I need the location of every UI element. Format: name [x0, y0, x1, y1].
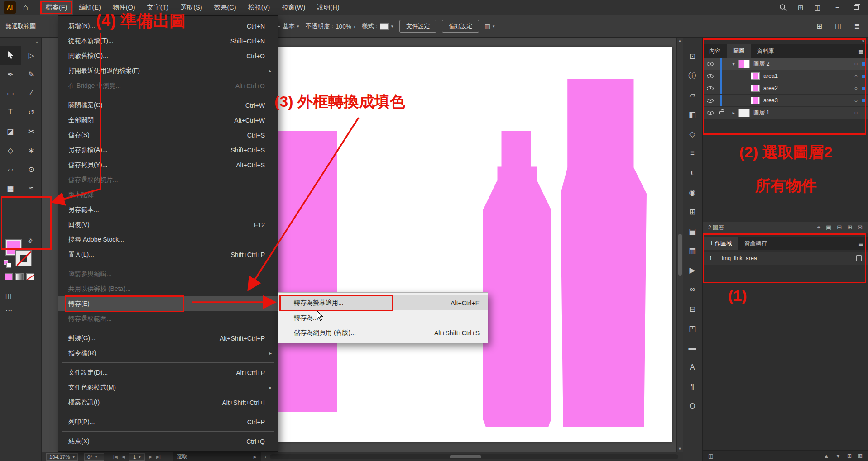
list-icon[interactable]: ≣ [854, 22, 860, 30]
first-artboard-button[interactable]: |◀ [113, 454, 118, 459]
vertical-scrollbar[interactable]: ▲ ▼ [676, 38, 683, 452]
file-menu-item[interactable]: 文件色彩模式(M) ▸ [58, 380, 278, 395]
file-menu-item[interactable]: 置入(L)... Shift+Ctrl+P [58, 247, 278, 262]
color-icon[interactable]: ▬ [686, 341, 699, 355]
status-flyout-icon[interactable]: ▶ [254, 455, 257, 459]
delete-artboard-icon[interactable]: ⊠ [858, 453, 863, 459]
layer-row[interactable]: ▸ 圖層 1 ○ [703, 107, 868, 119]
layer-row[interactable]: area2 ○ [703, 82, 868, 95]
panel-menu-icon[interactable]: ≣ [858, 237, 868, 250]
new-layer-icon[interactable]: ⊞ [847, 224, 852, 231]
scrollbar-thumb[interactable] [450, 455, 481, 458]
visibility-toggle[interactable] [703, 95, 718, 106]
blend-tool[interactable]: ∗ [21, 141, 42, 160]
move-up-icon[interactable]: ▲ [824, 453, 829, 459]
lock-cell[interactable] [718, 107, 725, 119]
layer-thumbnail[interactable] [751, 85, 760, 92]
eraser-tool[interactable]: ◪ [0, 122, 21, 141]
expand-chevron-icon[interactable]: ▾ [729, 62, 738, 67]
character-icon[interactable]: A [686, 361, 699, 374]
restore-button[interactable] [854, 5, 859, 10]
artwork-bottle-large[interactable] [561, 79, 647, 427]
expand-chevron-icon[interactable]: ▸ [729, 110, 738, 115]
opacity-caret-icon[interactable]: › [354, 23, 356, 30]
document-setup-button[interactable]: 文件設定 [399, 20, 436, 33]
width-tool[interactable]: ≈ [21, 179, 42, 198]
target-circle-icon[interactable]: ○ [854, 73, 858, 79]
artboard-icon[interactable] [856, 255, 862, 261]
file-menu-item[interactable]: 封裝(G)... Alt+Shift+Ctrl+P [58, 331, 278, 346]
scroll-left-icon[interactable]: ‹ [265, 454, 267, 460]
selection-tool[interactable] [0, 46, 21, 65]
rectangle-tool[interactable]: ▭ [0, 84, 21, 103]
panel-tab[interactable]: 圖層 [727, 44, 751, 58]
visibility-toggle[interactable] [703, 58, 718, 70]
rotation-dropdown[interactable]: 0° ▾ [84, 453, 104, 461]
lock-cell[interactable] [718, 58, 725, 70]
swap-fill-stroke-icon[interactable]: ⇄ [27, 237, 34, 244]
scroll-down-icon[interactable]: ▼ [678, 446, 682, 452]
menubar-item[interactable]: 說明(H) [311, 0, 345, 15]
home-icon[interactable]: ⌂ [23, 3, 28, 12]
grid-icon[interactable]: ⊞ [817, 22, 823, 30]
gradient-mode-button[interactable] [15, 273, 24, 280]
artboard-number-dropdown[interactable]: 1 ▾ [129, 453, 145, 461]
opacity-widget[interactable]: 不透明度 : 100% › [306, 22, 356, 30]
lock-cell[interactable] [718, 70, 725, 82]
menubar-item[interactable]: 視窗(W) [276, 0, 311, 15]
minimize-button[interactable]: − [832, 4, 843, 12]
gradient-icon[interactable]: ◉ [686, 185, 699, 199]
file-menu-item[interactable]: 另存新檔(A)... Shift+Ctrl+S [58, 143, 278, 157]
file-menu-item[interactable]: 搜尋 Adobe Stock... [58, 232, 278, 247]
artboard-options-icon[interactable]: ◫ [708, 453, 713, 459]
file-menu-item[interactable]: 全部關閉 Alt+Ctrl+W [58, 113, 278, 128]
layer-thumbnail[interactable] [738, 109, 750, 117]
new-artboard-icon[interactable]: ⊞ [847, 453, 852, 459]
file-menu-item[interactable]: 從範本新增(T)... Shift+Ctrl+N [58, 33, 278, 48]
submenu-item[interactable]: 轉存為... [278, 310, 488, 325]
menubar-item[interactable]: 選取(S) [174, 0, 208, 15]
collapse-panels-icon[interactable]: » [862, 38, 864, 43]
asset-export-icon[interactable]: ◳ [686, 322, 699, 335]
file-menu-item[interactable]: 回復(V) F12 [58, 217, 278, 232]
transparency-icon[interactable]: ◐ [686, 166, 699, 180]
file-menu-item[interactable]: 打開最近使用過的檔案(F) ▸ [58, 63, 278, 78]
file-menu-item[interactable]: 版本記錄 [58, 187, 278, 202]
zoom-level-dropdown[interactable]: 104.17% ▾ [46, 453, 78, 461]
menubar-item[interactable]: 效果(C) [208, 0, 242, 15]
horizontal-scrollbar[interactable] [270, 454, 678, 459]
info-icon[interactable]: ⓘ [686, 69, 699, 82]
file-menu-item[interactable]: 轉存(E) ▸ [58, 296, 278, 311]
file-menu-item[interactable]: 儲存(S) Ctrl+S [58, 128, 278, 143]
opacity-value[interactable]: 100% [336, 23, 351, 30]
scroll-up-icon[interactable]: ▲ [678, 38, 682, 44]
file-menu-item[interactable]: 儲存選取的切片... [58, 172, 278, 187]
line-tool[interactable]: ∕ [21, 84, 42, 103]
direct-selection-tool[interactable]: ▷ [21, 46, 42, 65]
panel-tab[interactable]: 資產轉存 [738, 237, 773, 250]
curvature-tool[interactable]: ✎ [21, 65, 42, 84]
preferences-button[interactable]: 偏好設定 [442, 20, 479, 33]
previous-artboard-button[interactable]: ◀ [122, 454, 125, 459]
layer-row[interactable]: area3 ○ [703, 95, 868, 107]
next-artboard-button[interactable]: ▶ [149, 454, 152, 459]
submenu-item[interactable]: 儲存為網頁用 (舊版)... Alt+Shift+Ctrl+S [278, 325, 488, 340]
color-mode-button[interactable] [5, 273, 13, 280]
layer-name[interactable]: 圖層 1 [753, 109, 854, 117]
stroke-icon[interactable]: ≡ [686, 147, 699, 160]
visibility-toggle[interactable] [703, 82, 718, 94]
opentype-icon[interactable]: O [686, 399, 699, 413]
actions-icon[interactable]: ▶ [686, 263, 699, 277]
edit-toolbar-icon[interactable]: ⋯ [5, 306, 13, 314]
layer-name[interactable]: area3 [763, 97, 854, 104]
appearance-icon[interactable]: ▤ [686, 224, 699, 238]
menubar-item[interactable]: 物件(O) [107, 0, 141, 15]
visibility-toggle[interactable] [703, 70, 718, 82]
file-menu-item[interactable]: 轉存選取範圍... [58, 311, 278, 326]
layer-name[interactable]: area1 [763, 73, 854, 79]
stroke-none-swatch[interactable] [15, 250, 32, 266]
links-icon[interactable]: ∞ [686, 283, 699, 296]
layer-row[interactable]: area1 ○ [703, 70, 868, 82]
menubar-item[interactable]: 文字(T) [141, 0, 175, 15]
free-transform-tool[interactable]: ▱ [0, 160, 21, 179]
